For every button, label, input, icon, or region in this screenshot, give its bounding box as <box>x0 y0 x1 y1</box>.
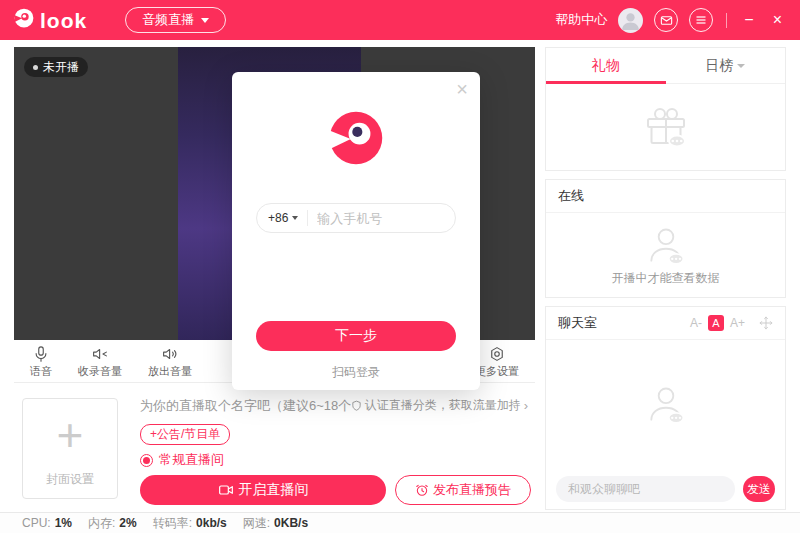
top-bar-actions: 帮助中心 − × <box>555 8 786 33</box>
gifts-empty-state <box>546 84 785 170</box>
more-settings-label: 更多设置 <box>475 364 519 379</box>
memory-value: 2% <box>119 516 136 530</box>
status-bar: CPU: 1% 内存: 2% 转码率: 0kb/s 网速: 0KB/s <box>0 512 800 533</box>
font-increase-button[interactable]: A+ <box>730 316 745 330</box>
output-volume-button[interactable]: 放出音量 <box>148 345 192 379</box>
country-code-label: +86 <box>268 211 288 225</box>
tab-gifts[interactable]: 礼物 <box>546 48 666 83</box>
qr-login-link[interactable]: 扫码登录 <box>232 364 480 381</box>
gift-icon <box>642 103 690 151</box>
chat-card: 聊天室 A- A A+ <box>545 306 786 510</box>
chevron-right-icon: › <box>524 398 528 413</box>
chat-header: 聊天室 A- A A+ <box>546 307 785 340</box>
font-current-button[interactable]: A <box>708 315 724 331</box>
chat-empty-state <box>546 340 785 469</box>
online-header: 在线 <box>546 180 785 213</box>
move-icon <box>759 316 773 330</box>
gear-icon <box>488 345 506 363</box>
voice-button[interactable]: 语音 <box>30 345 52 379</box>
top-bar: look 音频直播 帮助中心 <box>0 0 800 40</box>
chevron-down-icon <box>737 64 745 68</box>
menu-button[interactable] <box>689 8 713 32</box>
status-dot-icon <box>33 65 38 70</box>
chat-message-input[interactable] <box>556 476 735 502</box>
voice-label: 语音 <box>30 364 52 379</box>
online-empty-text: 开播中才能查看数据 <box>612 270 720 287</box>
speaker-in-icon <box>91 345 109 363</box>
memory-label: 内存: <box>88 515 115 532</box>
app-window: look 音频直播 帮助中心 <box>0 0 800 533</box>
stream-mode-dropdown[interactable]: 音频直播 <box>125 7 226 33</box>
tab-daily-rank[interactable]: 日榜 <box>666 48 786 83</box>
move-handle[interactable] <box>759 316 773 330</box>
stream-mode-label: 音频直播 <box>142 11 194 29</box>
online-title: 在线 <box>558 187 584 205</box>
network-stat: 网速: 0KB/s <box>243 515 308 532</box>
cpu-stat: CPU: 1% <box>22 516 72 530</box>
status-badge: 未开播 <box>24 57 88 77</box>
room-type-radio[interactable]: 常规直播间 <box>140 451 224 469</box>
online-empty-state: 开播中才能查看数据 <box>546 213 785 297</box>
stream-title-input[interactable] <box>140 398 351 413</box>
modal-close-icon[interactable]: × <box>456 78 468 101</box>
bitrate-value: 0kb/s <box>196 516 227 530</box>
country-code-dropdown[interactable]: +86 <box>268 211 298 225</box>
output-volume-label: 放出音量 <box>148 364 192 379</box>
title-row: 认证直播分类，获取流量加持 › <box>140 397 528 414</box>
speaker-out-icon <box>161 345 179 363</box>
close-button[interactable]: × <box>769 10 786 30</box>
phone-input-group: +86 <box>256 203 456 233</box>
user-avatar[interactable] <box>618 8 643 33</box>
divider <box>726 13 727 28</box>
gifts-card: 礼物 日榜 <box>545 47 786 171</box>
chat-title: 聊天室 <box>558 314 597 332</box>
look-logo-icon <box>14 8 34 32</box>
bitrate-stat: 转码率: 0kb/s <box>153 515 227 532</box>
help-center-link[interactable]: 帮助中心 <box>555 11 607 29</box>
category-certify-link[interactable]: 认证直播分类，获取流量加持 › <box>351 397 528 414</box>
cover-label: 封面设置 <box>46 471 94 488</box>
look-logo-icon <box>328 110 384 170</box>
plus-icon: + <box>57 399 84 471</box>
chat-input-row: 发送 <box>546 469 785 509</box>
minimize-button[interactable]: − <box>740 10 757 30</box>
sidebar-tabs: 礼物 日榜 <box>546 48 785 84</box>
start-stream-label: 开启直播间 <box>239 481 309 499</box>
record-volume-button[interactable]: 收录音量 <box>78 345 122 379</box>
login-modal: × +86 下一步 扫码登录 <box>232 72 480 390</box>
microphone-icon <box>32 345 50 363</box>
record-volume-label: 收录音量 <box>78 364 122 379</box>
start-stream-button[interactable]: 开启直播间 <box>140 475 386 505</box>
hamburger-menu-icon <box>695 14 707 26</box>
cpu-value: 1% <box>55 516 72 530</box>
font-decrease-button[interactable]: A- <box>690 316 702 330</box>
certification-icon <box>351 400 362 411</box>
divider <box>307 210 308 226</box>
network-value: 0KB/s <box>274 516 308 530</box>
cover-upload-box[interactable]: + 封面设置 <box>22 398 118 499</box>
person-icon <box>644 224 688 268</box>
tab-daily-rank-label: 日榜 <box>705 57 733 75</box>
mail-icon <box>660 14 673 27</box>
next-step-button[interactable]: 下一步 <box>256 321 456 351</box>
online-card: 在线 开播中才能查看数据 <box>545 179 786 298</box>
send-message-button[interactable]: 发送 <box>743 476 775 502</box>
radio-selected-icon <box>140 454 153 467</box>
phone-number-input[interactable] <box>317 211 444 226</box>
room-type-label: 常规直播间 <box>159 451 224 469</box>
cpu-label: CPU: <box>22 516 51 530</box>
notice-program-tag[interactable]: +公告/节目单 <box>140 424 230 445</box>
status-badge-label: 未开播 <box>43 59 79 76</box>
camera-icon <box>218 482 234 498</box>
app-logo: look <box>14 8 87 32</box>
logo-text: look <box>40 10 87 31</box>
category-certify-label: 认证直播分类，获取流量加持 <box>365 397 521 414</box>
messages-button[interactable] <box>654 8 678 32</box>
chat-font-controls: A- A A+ <box>690 315 773 331</box>
more-settings-button[interactable]: 更多设置 <box>475 345 519 379</box>
tab-gifts-label: 礼物 <box>592 57 620 75</box>
schedule-stream-label: 发布直播预告 <box>433 481 511 499</box>
memory-stat: 内存: 2% <box>88 515 137 532</box>
schedule-stream-button[interactable]: 发布直播预告 <box>395 475 531 505</box>
chevron-down-icon <box>201 18 209 23</box>
